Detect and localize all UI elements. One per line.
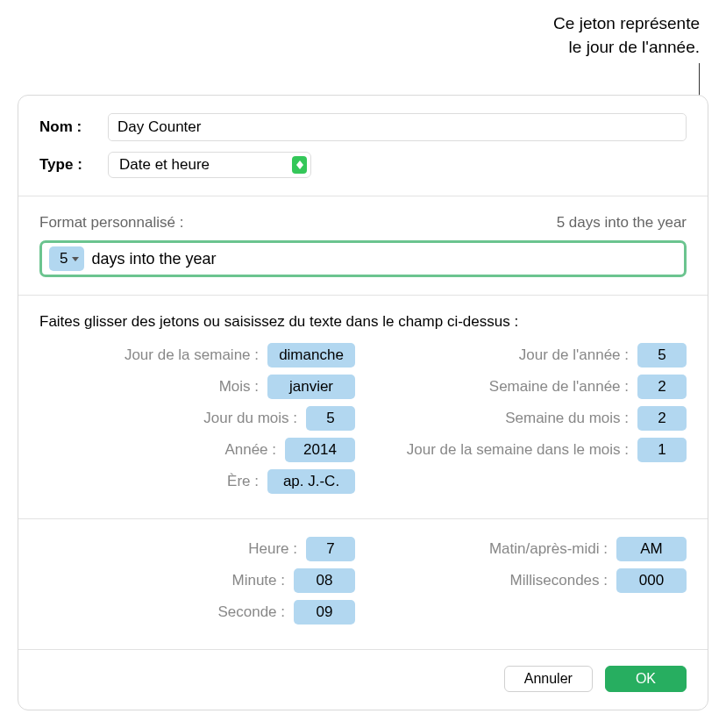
token-seconde[interactable]: 09 <box>294 600 355 625</box>
format-literal-text: days into the year <box>91 250 216 268</box>
format-title: Format personnalisé : <box>39 214 183 232</box>
time-tokens-right-column: Matin/après-midi :AM Millisecondes :000 <box>373 537 687 632</box>
time-tokens-left-column: Heure :7 Minute :08 Seconde :09 <box>39 537 355 632</box>
token-jour-semaine[interactable]: dimanche <box>267 343 355 368</box>
format-token-day-of-year[interactable]: 5 <box>49 246 84 271</box>
label-annee: Année : <box>39 441 285 459</box>
name-row: Nom : <box>39 113 687 141</box>
instruction-text: Faites glisser des jetons ou saisissez d… <box>39 313 687 331</box>
token-minute[interactable]: 08 <box>294 568 355 593</box>
token-ms[interactable]: 000 <box>616 568 687 593</box>
label-ms: Millisecondes : <box>373 572 616 589</box>
name-label: Nom : <box>39 118 108 136</box>
dialog-panel: Nom : Type : Date et heure Format person… <box>18 95 708 710</box>
format-preview: 5 days into the year <box>557 214 687 232</box>
ok-button[interactable]: OK <box>605 666 687 692</box>
type-select[interactable]: Date et heure <box>108 152 311 178</box>
type-label: Type : <box>39 156 108 174</box>
name-input[interactable] <box>108 113 687 141</box>
label-mois: Mois : <box>39 378 267 396</box>
type-value: Date et heure <box>119 156 210 174</box>
annotation-text: Ce jeton représente le jour de l'année. <box>454 12 700 59</box>
format-field[interactable]: 5 days into the year <box>39 240 687 277</box>
token-jour-mois[interactable]: 5 <box>306 406 355 431</box>
type-row: Type : Date et heure <box>39 152 687 178</box>
label-ere: Ère : <box>39 473 267 490</box>
label-minute: Minute : <box>39 572 294 589</box>
label-jour-annee: Jour de l'année : <box>373 346 637 364</box>
cancel-button[interactable]: Annuler <box>504 666 593 692</box>
label-ampm: Matin/après-midi : <box>373 540 616 558</box>
label-seconde: Seconde : <box>39 603 294 621</box>
label-jour-mois: Jour du mois : <box>39 410 306 427</box>
chevron-down-icon <box>72 257 79 261</box>
label-semaine-mois: Semaine du mois : <box>373 410 637 427</box>
token-heure[interactable]: 7 <box>306 537 355 561</box>
label-jour-semaine: Jour de la semaine : <box>39 346 267 364</box>
token-semaine-mois[interactable]: 2 <box>637 406 687 431</box>
label-semaine-annee: Semaine de l'année : <box>373 378 637 396</box>
date-tokens-left-column: Jour de la semaine :dimanche Mois :janvi… <box>39 343 355 501</box>
updown-icon <box>292 156 307 174</box>
label-jour-semaine-mois: Jour de la semaine dans le mois : <box>373 441 637 459</box>
token-mois[interactable]: janvier <box>267 375 355 399</box>
label-heure: Heure : <box>39 540 306 558</box>
token-semaine-annee[interactable]: 2 <box>637 375 687 399</box>
date-tokens-right-column: Jour de l'année :5 Semaine de l'année :2… <box>373 343 687 501</box>
token-annee[interactable]: 2014 <box>285 438 355 462</box>
token-jour-annee[interactable]: 5 <box>637 343 687 368</box>
token-ere[interactable]: ap. J.-C. <box>267 469 355 494</box>
token-ampm[interactable]: AM <box>616 537 687 561</box>
token-jour-semaine-mois[interactable]: 1 <box>637 438 687 462</box>
